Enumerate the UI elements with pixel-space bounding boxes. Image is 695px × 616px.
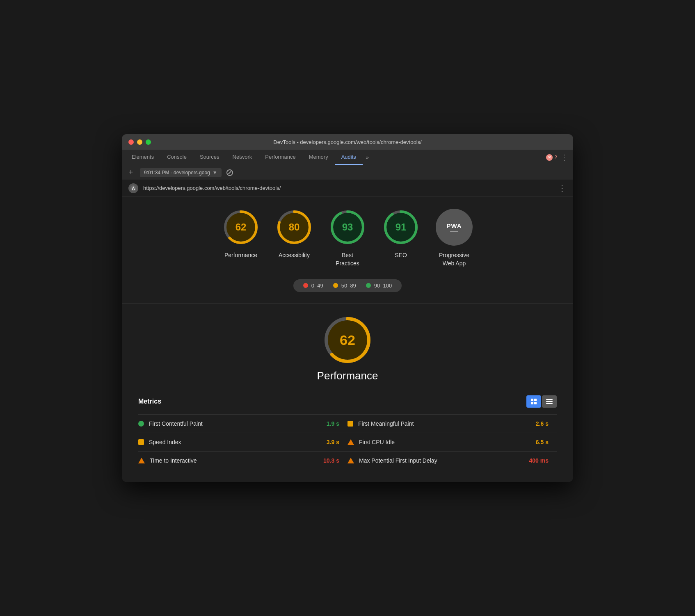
block-icon[interactable] [226,169,233,176]
session-label: 9:01:34 PM - developers.goog [144,170,210,176]
tab-memory[interactable]: Memory [302,150,335,165]
metric-row-2: Speed Index 3.9 s First CPU Idle 6.5 s [138,433,557,451]
fcp-value: 1.9 s [327,420,348,427]
fci-name: First CPU Idle [359,439,395,445]
inspector-url: https://developers.google.com/web/tools/… [143,185,281,191]
address-row: + 9:01:34 PM - developers.goog ▼ [122,165,573,180]
fmp-value: 2.6 s [536,420,557,427]
score-card-best-practices[interactable]: 93 BestPractices [329,209,366,267]
inspector-bar: A https://developers.google.com/web/tool… [122,180,573,196]
gauge-seo: 91 [382,209,419,246]
legend-item-red: 0–49 [303,283,323,289]
perf-detail-score: 62 [340,332,355,348]
legend-range-orange: 50–89 [341,283,356,289]
tab-more-button[interactable]: » [363,150,372,165]
metrics-table: First Contentful Paint 1.9 s First Meani… [138,414,557,470]
close-button[interactable] [128,139,134,145]
fid-name: Max Potential First Input Delay [359,457,437,464]
metrics-title: Metrics [138,398,161,405]
metric-cell-fmp: First Meaningful Paint 2.6 s [348,420,557,427]
view-toggle [526,395,557,408]
section-divider [122,303,573,304]
new-tab-button[interactable]: + [127,168,135,177]
si-name: Speed Index [149,439,181,445]
tti-value: 10.3 s [323,457,348,464]
metric-cell-tti: Time to Interactive 10.3 s [138,457,348,464]
traffic-lights [128,139,151,145]
pwa-circle: PWA [436,209,473,246]
score-value-best-practices: 93 [342,221,353,233]
score-label-pwa: ProgressiveWeb App [439,251,469,267]
svg-text:A: A [132,186,135,191]
legend-bar: 0–49 50–89 90–100 [138,279,557,292]
metric-row-3: Time to Interactive 10.3 s Max Potential… [138,451,557,470]
score-cards-row: 62 Performance 80 Accessibility [138,209,557,267]
tab-console[interactable]: Console [160,150,193,165]
score-card-performance[interactable]: 62 Performance [222,209,259,267]
fcp-icon [138,421,144,427]
fid-icon [348,458,354,463]
error-badge[interactable]: ✕ 2 [546,154,557,161]
score-value-seo: 91 [396,221,407,233]
metric-cell-fcp: First Contentful Paint 1.9 s [138,420,348,427]
legend-dot-orange [333,283,338,288]
gauge-performance: 62 [222,209,259,246]
score-label-accessibility: Accessibility [279,251,310,260]
legend-dot-red [303,283,308,288]
session-tag[interactable]: 9:01:34 PM - developers.goog ▼ [140,168,222,177]
lighthouse-icon: A [128,183,138,193]
main-content: 62 Performance 80 Accessibility [122,196,573,481]
legend-range-green: 90–100 [374,283,392,289]
fmp-name: First Meaningful Paint [358,420,414,427]
score-card-seo[interactable]: 91 SEO [382,209,419,267]
fci-value: 6.5 s [536,439,557,445]
session-arrow-icon: ▼ [213,170,217,176]
metric-cell-fid: Max Potential First Input Delay 400 ms [348,457,557,464]
pwa-label: PWA [446,222,462,229]
toggle-grid-view[interactable] [526,395,541,408]
window-title: DevTools - developers.google.com/web/too… [273,139,421,145]
score-label-performance: Performance [224,251,257,260]
devtools-tab-bar: Elements Console Sources Network Perform… [122,150,573,165]
fid-value: 400 ms [529,457,557,464]
metric-cell-fci: First CPU Idle 6.5 s [348,439,557,445]
gauge-accessibility: 80 [276,209,313,246]
pwa-dash-icon [450,231,458,232]
tab-right-controls: ✕ 2 ⋮ [546,150,573,165]
metric-cell-si: Speed Index 3.9 s [138,439,348,445]
browser-window: DevTools - developers.google.com/web/too… [122,134,573,481]
tab-sources[interactable]: Sources [193,150,226,165]
fci-icon [348,439,354,445]
more-options-button[interactable]: ⋮ [560,153,568,162]
error-count: 2 [554,155,557,160]
toggle-list-view[interactable] [542,395,557,408]
inspector-more-button[interactable]: ⋮ [558,183,567,193]
performance-detail-section: 62 Performance [138,315,557,382]
metrics-section: Metrics [138,395,557,470]
fcp-name: First Contentful Paint [149,420,203,427]
si-icon [138,439,144,445]
maximize-button[interactable] [146,139,151,145]
score-value-performance: 62 [235,221,247,233]
perf-detail-gauge: 62 [323,315,372,365]
tab-audits[interactable]: Audits [335,150,363,165]
score-card-accessibility[interactable]: 80 Accessibility [276,209,313,267]
tab-network[interactable]: Network [226,150,259,165]
tab-elements[interactable]: Elements [125,150,160,165]
score-label-seo: SEO [395,251,407,260]
score-value-accessibility: 80 [289,221,300,233]
tab-performance[interactable]: Performance [258,150,302,165]
tti-icon [138,458,145,463]
grid-icon [531,399,537,404]
list-icon [546,399,553,404]
fmp-icon [348,421,353,427]
si-value: 3.9 s [327,439,348,445]
legend-dot-green [366,283,371,288]
score-card-pwa[interactable]: PWA ProgressiveWeb App [436,209,473,267]
legend-inner: 0–49 50–89 90–100 [293,279,402,292]
metrics-header: Metrics [138,395,557,408]
title-bar: DevTools - developers.google.com/web/too… [122,134,573,150]
error-icon: ✕ [546,154,553,161]
minimize-button[interactable] [137,139,142,145]
score-label-best-practices: BestPractices [336,251,359,267]
